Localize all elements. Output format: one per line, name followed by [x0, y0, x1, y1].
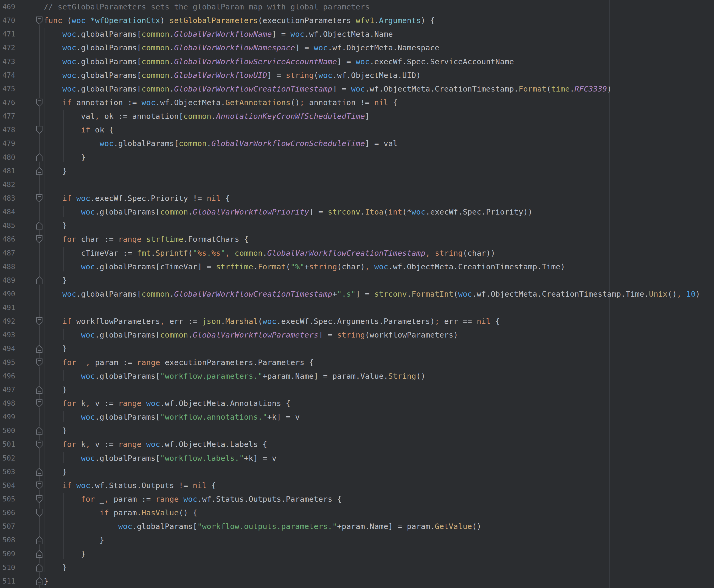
code-line[interactable]: woc.globalParams["workflow.labels."+k] =…	[44, 451, 277, 465]
fold-start-icon[interactable]	[36, 399, 43, 407]
code-line[interactable]: if ok {	[44, 123, 113, 136]
fold-end-icon[interactable]	[36, 385, 43, 394]
line-number[interactable]: 478	[0, 123, 15, 136]
fold-end-icon[interactable]	[36, 577, 43, 585]
line-number[interactable]: 477	[0, 109, 15, 123]
code-line[interactable]: woc.globalParams["workflow.annotations."…	[44, 410, 300, 424]
code-line[interactable]: cTimeVar := fmt.Sprintf("%s.%s", common.…	[44, 246, 495, 260]
code-editor[interactable]: 469// setGlobalParameters sets the globa…	[0, 0, 714, 588]
code-line[interactable]: woc.globalParams["workflow.outputs.param…	[44, 520, 481, 533]
code-line[interactable]: if woc.execWf.Spec.Priority != nil {	[44, 191, 230, 205]
code-line[interactable]: }	[44, 150, 86, 164]
code-line[interactable]: }	[44, 342, 67, 355]
line-number[interactable]: 480	[0, 150, 15, 164]
code-line[interactable]: func (woc *wfOperationCtx) setGlobalPara…	[44, 14, 435, 27]
line-number[interactable]: 501	[0, 438, 15, 451]
code-line[interactable]: woc.globalParams["workflow.parameters."+…	[44, 369, 426, 383]
line-number[interactable]: 483	[0, 191, 15, 205]
code-line[interactable]: }	[44, 561, 67, 574]
code-line[interactable]: for _, param := range executionParameter…	[44, 356, 314, 369]
line-number[interactable]: 496	[0, 369, 15, 383]
line-number[interactable]: 505	[0, 492, 15, 506]
line-number[interactable]: 479	[0, 136, 15, 150]
line-number[interactable]: 481	[0, 164, 15, 178]
code-line[interactable]: woc.globalParams[common.GlobalVarWorkflo…	[44, 328, 458, 342]
line-number[interactable]: 492	[0, 314, 15, 328]
line-number[interactable]: 502	[0, 451, 15, 465]
line-number[interactable]: 489	[0, 274, 15, 287]
line-number[interactable]: 498	[0, 397, 15, 410]
code-line[interactable]: }	[44, 424, 67, 438]
line-number[interactable]: 493	[0, 328, 15, 342]
fold-end-icon[interactable]	[36, 536, 43, 544]
line-number[interactable]: 511	[0, 574, 15, 588]
code-line[interactable]: for _, param := range woc.wf.Status.Outp…	[44, 492, 342, 506]
line-number[interactable]: 503	[0, 465, 15, 479]
line-number[interactable]: 509	[0, 547, 15, 561]
code-line[interactable]: if param.HasValue() {	[44, 506, 197, 520]
code-line[interactable]: if workflowParameters, err := json.Marsh…	[44, 314, 500, 328]
code-line[interactable]: // setGlobalParameters sets the globalPa…	[44, 0, 370, 14]
fold-end-icon[interactable]	[36, 167, 43, 175]
line-number[interactable]: 488	[0, 260, 15, 274]
line-number[interactable]: 490	[0, 287, 15, 301]
code-line[interactable]: if woc.wf.Status.Outputs != nil {	[44, 479, 216, 492]
fold-start-icon[interactable]	[36, 317, 43, 326]
code-line[interactable]: woc.globalParams[common.GlobalVarWorkflo…	[44, 55, 514, 68]
fold-start-icon[interactable]	[36, 481, 43, 490]
code-line[interactable]: }	[44, 274, 67, 287]
fold-start-icon[interactable]	[36, 358, 43, 366]
fold-end-icon[interactable]	[36, 550, 43, 558]
fold-end-icon[interactable]	[36, 153, 43, 162]
fold-start-icon[interactable]	[36, 98, 43, 107]
line-number[interactable]: 510	[0, 561, 15, 574]
line-number[interactable]: 482	[0, 178, 15, 191]
line-number[interactable]: 494	[0, 342, 15, 355]
line-number[interactable]: 474	[0, 68, 15, 82]
line-number[interactable]: 472	[0, 41, 15, 55]
line-number[interactable]: 504	[0, 479, 15, 492]
code-line[interactable]: for k, v := range woc.wf.ObjectMeta.Labe…	[44, 438, 267, 451]
code-line[interactable]: woc.globalParams[common.GlobalVarWorkflo…	[44, 205, 533, 219]
line-number[interactable]: 499	[0, 410, 15, 424]
code-line[interactable]: woc.globalParams[common.GlobalVarWorkflo…	[44, 82, 612, 96]
code-line[interactable]: woc.globalParams[cTimeVar] = strftime.Fo…	[44, 260, 565, 274]
code-line[interactable]: if annotation := woc.wf.ObjectMeta.GetAn…	[44, 96, 398, 109]
fold-start-icon[interactable]	[36, 508, 43, 517]
code-line[interactable]: }	[44, 574, 48, 588]
code-line[interactable]: woc.globalParams[common.GlobalVarWorkflo…	[44, 136, 398, 150]
line-number[interactable]: 507	[0, 520, 15, 533]
line-number[interactable]: 500	[0, 424, 15, 438]
line-number[interactable]: 487	[0, 246, 15, 260]
fold-end-icon[interactable]	[36, 276, 43, 285]
code-line[interactable]: }	[44, 465, 67, 479]
code-line[interactable]: for k, v := range woc.wf.ObjectMeta.Anno…	[44, 397, 290, 410]
code-line[interactable]: woc.globalParams[common.GlobalVarWorkflo…	[44, 68, 421, 82]
line-number[interactable]: 473	[0, 55, 15, 68]
line-number[interactable]: 495	[0, 356, 15, 369]
code-line[interactable]: }	[44, 219, 67, 232]
code-line[interactable]: }	[44, 164, 67, 178]
code-line[interactable]: val, ok := annotation[common.AnnotationK…	[44, 109, 370, 123]
line-number[interactable]: 497	[0, 383, 15, 397]
line-number[interactable]: 486	[0, 232, 15, 246]
fold-start-icon[interactable]	[36, 16, 43, 25]
fold-start-icon[interactable]	[36, 235, 43, 244]
code-line[interactable]: }	[44, 547, 86, 561]
fold-end-icon[interactable]	[36, 344, 43, 353]
line-number[interactable]: 471	[0, 27, 15, 41]
code-line[interactable]: }	[44, 533, 104, 547]
code-line[interactable]: for char := range strftime.FormatChars {	[44, 232, 248, 246]
line-number[interactable]: 476	[0, 96, 15, 109]
line-number[interactable]: 491	[0, 301, 15, 314]
code-line[interactable]: woc.globalParams[common.GlobalVarWorkflo…	[44, 287, 700, 301]
line-number[interactable]: 475	[0, 82, 15, 96]
line-number[interactable]: 506	[0, 506, 15, 520]
line-number[interactable]: 470	[0, 14, 15, 27]
fold-start-icon[interactable]	[36, 495, 43, 503]
fold-start-icon[interactable]	[36, 440, 43, 449]
code-line[interactable]: woc.globalParams[common.GlobalVarWorkflo…	[44, 41, 439, 55]
line-number[interactable]: 484	[0, 205, 15, 219]
line-number[interactable]: 469	[0, 0, 15, 14]
line-number[interactable]: 485	[0, 219, 15, 232]
